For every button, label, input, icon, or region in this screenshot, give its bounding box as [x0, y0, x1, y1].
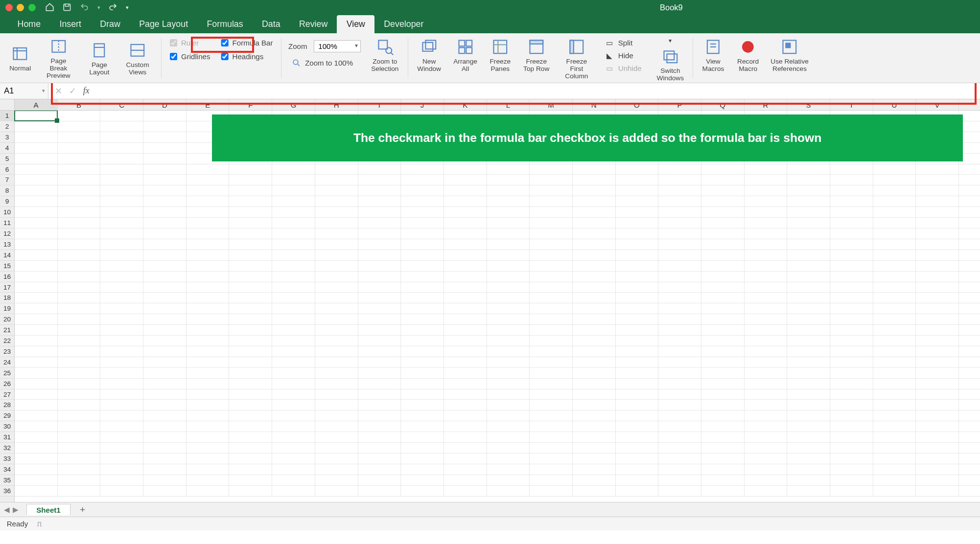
- column-header-I[interactable]: I: [358, 99, 401, 110]
- row-header-25[interactable]: 25: [0, 368, 14, 379]
- freeze-first-column-button[interactable]: Freeze First Column: [557, 36, 596, 81]
- tab-insert[interactable]: Insert: [50, 15, 91, 33]
- add-sheet-button[interactable]: +: [73, 504, 92, 515]
- row-header-15[interactable]: 15: [0, 261, 14, 272]
- row-header-36[interactable]: 36: [0, 486, 14, 497]
- row-header-28[interactable]: 28: [0, 400, 14, 410]
- row-header-10[interactable]: 10: [0, 207, 14, 218]
- column-header-K[interactable]: K: [444, 99, 487, 110]
- use-relative-refs-button[interactable]: Use Relative References: [767, 36, 813, 74]
- column-header-C[interactable]: C: [100, 99, 143, 110]
- row-header-32[interactable]: 32: [0, 443, 14, 453]
- tab-data[interactable]: Data: [253, 15, 290, 33]
- row-header-26[interactable]: 26: [0, 379, 14, 389]
- undo-dropdown-icon[interactable]: ▾: [97, 4, 100, 11]
- sheet-tab-sheet1[interactable]: Sheet1: [26, 504, 70, 515]
- spreadsheet-grid[interactable]: 1234567891011121314151617181920212223242…: [0, 111, 980, 502]
- zoom-100-button[interactable]: Zoom to 100%: [288, 58, 356, 68]
- row-header-35[interactable]: 35: [0, 475, 14, 486]
- cells-area[interactable]: The checkmark in the formula bar checkbo…: [15, 111, 980, 502]
- sheet-nav-prev-icon[interactable]: ◀: [4, 505, 10, 514]
- column-header-J[interactable]: J: [401, 99, 444, 110]
- custom-views-button[interactable]: Custom Views: [121, 40, 154, 77]
- new-window-button[interactable]: New Window: [412, 36, 445, 74]
- tab-page-layout[interactable]: Page Layout: [130, 15, 197, 33]
- row-header-19[interactable]: 19: [0, 303, 14, 314]
- formula-bar-checkbox[interactable]: Formula Bar: [221, 39, 273, 47]
- home-icon[interactable]: [45, 2, 54, 12]
- headings-checkbox[interactable]: Headings: [221, 52, 273, 61]
- row-header-11[interactable]: 11: [0, 218, 14, 228]
- column-header-N[interactable]: N: [573, 99, 616, 110]
- column-header-M[interactable]: M: [530, 99, 573, 110]
- row-header-22[interactable]: 22: [0, 336, 14, 346]
- row-header-5[interactable]: 5: [0, 154, 14, 164]
- row-header-31[interactable]: 31: [0, 432, 14, 443]
- row-header-21[interactable]: 21: [0, 325, 14, 336]
- freeze-top-row-button[interactable]: Freeze Top Row: [518, 36, 555, 74]
- row-header-2[interactable]: 2: [0, 121, 14, 132]
- row-header-16[interactable]: 16: [0, 272, 14, 282]
- column-header-Q[interactable]: Q: [701, 99, 745, 110]
- row-header-8[interactable]: 8: [0, 185, 14, 196]
- column-header-P[interactable]: P: [658, 99, 701, 110]
- qat-customize-icon[interactable]: ▾: [126, 4, 129, 11]
- column-header-R[interactable]: R: [745, 99, 788, 110]
- insert-function-button[interactable]: fx: [83, 86, 90, 96]
- tab-review[interactable]: Review: [290, 15, 337, 33]
- column-header-S[interactable]: S: [787, 99, 830, 110]
- tab-view[interactable]: View: [337, 15, 374, 33]
- column-header-F[interactable]: F: [229, 99, 272, 110]
- name-box[interactable]: A1: [0, 83, 48, 99]
- column-header-L[interactable]: L: [487, 99, 530, 110]
- row-header-13[interactable]: 13: [0, 239, 14, 250]
- row-header-7[interactable]: 7: [0, 175, 14, 185]
- gridlines-checkbox[interactable]: Gridlines: [170, 52, 210, 61]
- zoom-to-selection-button[interactable]: Zoom to Selection: [366, 36, 404, 74]
- tab-formulas[interactable]: Formulas: [197, 15, 253, 33]
- row-header-6[interactable]: 6: [0, 164, 14, 175]
- column-header-T[interactable]: T: [830, 99, 873, 110]
- formula-input[interactable]: [96, 83, 980, 99]
- normal-view-button[interactable]: Normal: [7, 43, 34, 73]
- enter-formula-icon[interactable]: ✓: [69, 86, 76, 96]
- row-header-1[interactable]: 1: [0, 111, 14, 121]
- fill-handle[interactable]: [55, 118, 59, 122]
- row-header-14[interactable]: 14: [0, 250, 14, 261]
- column-header-G[interactable]: G: [272, 99, 315, 110]
- row-header-27[interactable]: 27: [0, 389, 14, 400]
- undo-icon[interactable]: [80, 2, 89, 12]
- row-header-23[interactable]: 23: [0, 346, 14, 357]
- row-header-18[interactable]: 18: [0, 293, 14, 303]
- switch-windows-button[interactable]: ▾Switch Windows: [652, 36, 688, 83]
- row-header-3[interactable]: 3: [0, 132, 14, 143]
- row-header-17[interactable]: 17: [0, 282, 14, 293]
- column-header-A[interactable]: A: [15, 99, 58, 110]
- row-header-34[interactable]: 34: [0, 464, 14, 475]
- select-all-corner[interactable]: [0, 99, 15, 110]
- freeze-panes-button[interactable]: Freeze Panes: [485, 36, 515, 74]
- arrange-all-button[interactable]: Arrange All: [448, 36, 482, 74]
- page-break-preview-button[interactable]: Page Break Preview: [39, 36, 78, 81]
- save-icon[interactable]: [62, 2, 71, 12]
- row-header-33[interactable]: 33: [0, 453, 14, 464]
- column-header-O[interactable]: O: [616, 99, 659, 110]
- tab-developer[interactable]: Developer: [374, 15, 433, 33]
- cancel-formula-icon[interactable]: ✕: [55, 86, 62, 96]
- column-header-U[interactable]: U: [873, 99, 916, 110]
- zoom-select[interactable]: 100%: [314, 40, 361, 52]
- column-header-B[interactable]: B: [58, 99, 101, 110]
- redo-icon[interactable]: [108, 2, 117, 12]
- fullscreen-window-button[interactable]: [28, 4, 36, 11]
- row-header-9[interactable]: 9: [0, 196, 14, 207]
- column-header-H[interactable]: H: [315, 99, 358, 110]
- tab-draw[interactable]: Draw: [91, 15, 130, 33]
- split-button[interactable]: ▭Split: [602, 38, 635, 48]
- hide-button[interactable]: ◣Hide: [602, 50, 636, 61]
- row-header-30[interactable]: 30: [0, 421, 14, 432]
- row-header-12[interactable]: 12: [0, 228, 14, 239]
- close-window-button[interactable]: [5, 4, 13, 11]
- page-layout-button[interactable]: Page Layout: [83, 40, 116, 77]
- view-macros-button[interactable]: View Macros: [697, 36, 729, 74]
- sheet-nav-next-icon[interactable]: ▶: [13, 505, 19, 514]
